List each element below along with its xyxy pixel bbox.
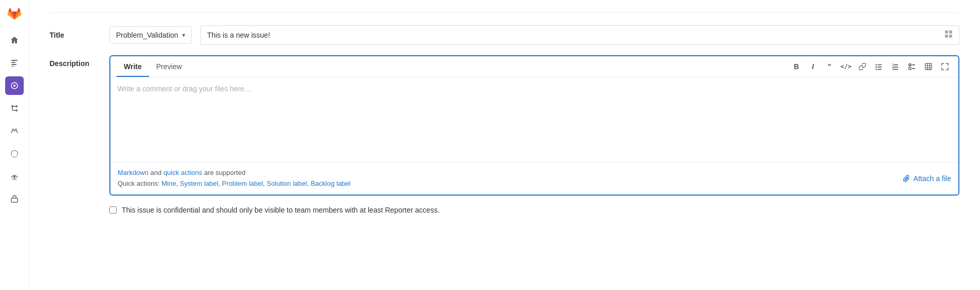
confidential-checkbox[interactable] xyxy=(109,206,117,214)
svg-rect-19 xyxy=(877,67,881,68)
svg-rect-25 xyxy=(894,67,898,68)
tab-write[interactable]: Write xyxy=(117,57,149,77)
quick-action-backlog-label[interactable]: Backlog label xyxy=(311,180,350,187)
svg-rect-31 xyxy=(912,68,915,69)
numbered-list-button[interactable]: 1.2.3. xyxy=(888,59,903,74)
svg-point-16 xyxy=(875,64,877,66)
sidebar-item-security[interactable] xyxy=(5,144,24,163)
title-input-wrapper: This is a new issue! xyxy=(200,25,959,45)
bold-button[interactable]: B xyxy=(789,59,804,74)
sidebar-item-pipelines[interactable] xyxy=(5,122,24,140)
svg-rect-11 xyxy=(11,198,18,202)
markdown-link[interactable]: Markdown xyxy=(118,169,149,176)
quick-actions-label: Quick actions: xyxy=(118,180,160,187)
sidebar-item-snippets[interactable] xyxy=(5,54,24,72)
sidebar-item-home[interactable] xyxy=(5,31,24,50)
quick-action-solution-label[interactable]: Solution label xyxy=(267,180,307,187)
svg-rect-17 xyxy=(877,65,881,66)
sidebar-item-deployments[interactable] xyxy=(5,167,24,186)
editor-tabs-bar: Write Preview B I " </> xyxy=(110,56,958,77)
task-list-button[interactable] xyxy=(905,59,919,74)
svg-point-5 xyxy=(13,85,15,87)
confidential-row: This issue is confidential and should on… xyxy=(109,206,959,214)
editor-footer: Markdown and quick actions are supported… xyxy=(110,162,958,195)
svg-rect-29 xyxy=(909,68,911,70)
quick-action-mine[interactable]: Mine xyxy=(161,180,176,187)
chevron-down-icon: ▾ xyxy=(182,31,185,39)
svg-point-18 xyxy=(875,67,877,68)
svg-rect-27 xyxy=(894,69,898,70)
svg-point-20 xyxy=(875,69,877,70)
link-button[interactable] xyxy=(855,59,870,74)
top-divider xyxy=(50,12,959,13)
svg-rect-14 xyxy=(945,35,948,38)
svg-rect-13 xyxy=(949,30,952,34)
quote-button[interactable]: " xyxy=(822,59,837,74)
svg-rect-3 xyxy=(11,66,14,67)
editor-toolbar: B I " </> xyxy=(789,56,952,77)
title-input-value: This is a new issue! xyxy=(207,31,270,39)
main-content: Title Problem_Validation ▾ This is a new… xyxy=(29,0,980,290)
svg-rect-0 xyxy=(11,60,18,61)
svg-point-7 xyxy=(15,109,18,111)
bullet-list-button[interactable] xyxy=(872,59,886,74)
confidential-text: This issue is confidential and should on… xyxy=(122,206,439,214)
editor-tab-group: Write Preview xyxy=(117,57,189,76)
sidebar xyxy=(0,0,29,290)
sidebar-item-merge-requests[interactable] xyxy=(5,99,24,118)
attach-icon xyxy=(903,175,910,182)
quick-action-system-label[interactable]: System label xyxy=(180,180,218,187)
code-button[interactable]: </> xyxy=(839,59,853,74)
sidebar-item-packages[interactable] xyxy=(5,190,24,208)
attach-file-button[interactable]: Attach a file xyxy=(903,174,951,183)
description-label: Description xyxy=(50,55,101,68)
editor-footer-text: Markdown and quick actions are supported… xyxy=(118,168,351,189)
sidebar-item-issues[interactable] xyxy=(5,76,24,95)
svg-rect-15 xyxy=(949,35,952,38)
svg-rect-30 xyxy=(912,65,915,66)
svg-rect-1 xyxy=(11,62,15,63)
svg-point-8 xyxy=(15,105,18,107)
quick-actions-link[interactable]: quick actions xyxy=(164,169,202,176)
description-row: Description Write Preview B I " xyxy=(50,55,959,196)
template-icon xyxy=(944,30,953,40)
svg-rect-32 xyxy=(925,63,932,70)
title-label: Title xyxy=(50,31,101,39)
quick-action-problem-label[interactable]: Problem label xyxy=(222,180,263,187)
gitlab-logo[interactable] xyxy=(7,6,22,23)
title-row: Title Problem_Validation ▾ This is a new… xyxy=(50,25,959,45)
svg-point-10 xyxy=(13,176,15,178)
fullscreen-button[interactable] xyxy=(938,59,952,74)
description-textarea[interactable] xyxy=(110,77,958,160)
svg-rect-12 xyxy=(945,30,948,34)
svg-rect-2 xyxy=(11,64,17,65)
svg-rect-21 xyxy=(877,69,881,70)
italic-button[interactable]: I xyxy=(806,59,820,74)
table-button[interactable] xyxy=(921,59,936,74)
svg-rect-23 xyxy=(894,65,898,66)
attach-file-label: Attach a file xyxy=(913,174,951,183)
tab-preview[interactable]: Preview xyxy=(149,57,189,77)
editor-container: Write Preview B I " </> xyxy=(109,55,959,196)
title-dropdown[interactable]: Problem_Validation ▾ xyxy=(109,26,192,44)
title-dropdown-value: Problem_Validation xyxy=(116,31,178,39)
